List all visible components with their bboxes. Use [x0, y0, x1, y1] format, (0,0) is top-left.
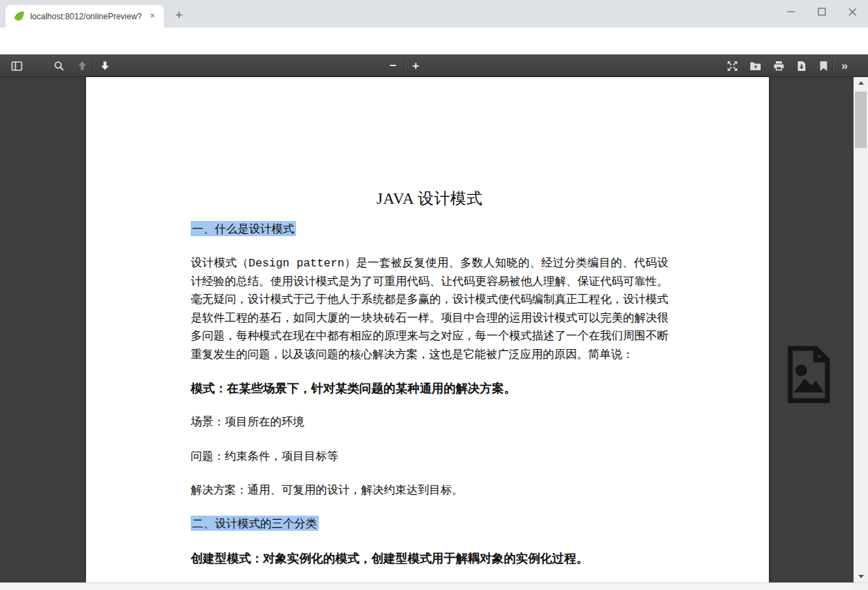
search-icon: [54, 61, 65, 72]
page-up-icon: [77, 61, 87, 71]
toolbar-separator: [404, 60, 405, 72]
close-window-button[interactable]: [837, 0, 868, 23]
scroll-down-button[interactable]: [854, 571, 868, 582]
previous-page-button[interactable]: [72, 57, 92, 74]
download-icon: [796, 61, 807, 72]
vertical-scrollbar[interactable]: [854, 77, 868, 582]
pdf-toolbar: / 55 − + 自动缩放: [0, 54, 868, 77]
image-file-icon: [783, 344, 833, 405]
minus-icon: −: [390, 59, 396, 73]
minimize-button[interactable]: [775, 0, 806, 23]
scroll-up-icon: [858, 81, 864, 85]
highlighted-heading-text: 一、什么是设计模式: [191, 221, 296, 236]
sidebar-icon: [11, 61, 23, 72]
pdf-page: JAVA 设计模式一、什么是设计模式设计模式（Design pattern）是一…: [86, 77, 769, 582]
toggle-sidebar-button[interactable]: [7, 57, 26, 74]
download-button[interactable]: [792, 57, 811, 74]
open-file-icon: [750, 61, 761, 71]
highlighted-heading-text: 二、设计模式的三个分类: [191, 516, 319, 531]
next-page-button[interactable]: [95, 57, 114, 74]
zoom-out-button[interactable]: −: [383, 57, 403, 74]
tab-title: localhost:8012/onlinePreview?: [30, 12, 145, 21]
print-icon: [773, 61, 785, 72]
scroll-down-icon: [858, 575, 864, 578]
new-tab-button[interactable]: +: [170, 6, 188, 24]
close-icon: [848, 8, 857, 17]
browser-tab[interactable]: localhost:8012/onlinePreview? ×: [6, 5, 164, 28]
fullscreen-icon: [727, 61, 738, 72]
doc-bold: 模式：在某些场景下，针对某类问题的某种通用的解决方案。: [191, 380, 668, 397]
spring-leaf-favicon: [13, 10, 25, 22]
doc-para: 场景：项目所在的环境: [191, 414, 668, 432]
presentation-mode-button[interactable]: [723, 57, 742, 74]
maximize-icon: [818, 8, 826, 16]
doc-para: 解决方案：通用、可复用的设计，解决约束达到目标。: [191, 482, 668, 501]
doc-bold: 创建型模式：对象实例化的模式，创建型模式用于解耦对象的实例化过程。: [191, 550, 668, 567]
bookmark-view-button[interactable]: [814, 57, 833, 74]
pdf-viewer-area: JAVA 设计模式一、什么是设计模式设计模式（Design pattern）是一…: [0, 77, 868, 590]
more-tools-button[interactable]: »: [835, 57, 854, 74]
doc-para: 问题：约束条件，项目目标等: [191, 448, 668, 467]
toolbar-separator: [92, 60, 93, 72]
doc-heading: 一、什么是设计模式: [191, 221, 668, 236]
plus-icon: +: [412, 59, 419, 73]
image-preview-button[interactable]: [783, 344, 833, 405]
browser-tab-bar: localhost:8012/onlinePreview? × +: [0, 0, 868, 28]
horizontal-scrollbar[interactable]: [0, 582, 854, 590]
vertical-scrollbar-thumb[interactable]: [855, 92, 867, 148]
window-controls: [775, 0, 868, 23]
tab-close-icon[interactable]: ×: [147, 10, 158, 22]
find-button[interactable]: [50, 57, 69, 74]
browser-address-bar: localhost:8012/onlinePreview?url=http://…: [0, 28, 868, 54]
doc-para: 设计模式（Design pattern）是一套被反复使用、多数人知晓的、经过分类…: [191, 255, 668, 364]
doc-heading: 二、设计模式的三个分类: [191, 516, 668, 531]
scrollbar-corner: [854, 582, 868, 590]
page-down-icon: [100, 61, 110, 71]
maximize-button[interactable]: [806, 0, 837, 23]
print-button[interactable]: [769, 57, 788, 74]
doc-title: JAVA 设计模式: [191, 188, 668, 209]
document-content: JAVA 设计模式一、什么是设计模式设计模式（Design pattern）是一…: [191, 188, 668, 584]
minimize-icon: [787, 8, 795, 16]
double-chevron-icon: »: [841, 59, 847, 73]
toolbar-separator: [832, 60, 833, 72]
open-file-button[interactable]: [745, 57, 765, 74]
bookmark-icon: [819, 61, 828, 72]
scroll-up-button[interactable]: [854, 77, 868, 89]
zoom-in-button[interactable]: +: [406, 57, 425, 74]
